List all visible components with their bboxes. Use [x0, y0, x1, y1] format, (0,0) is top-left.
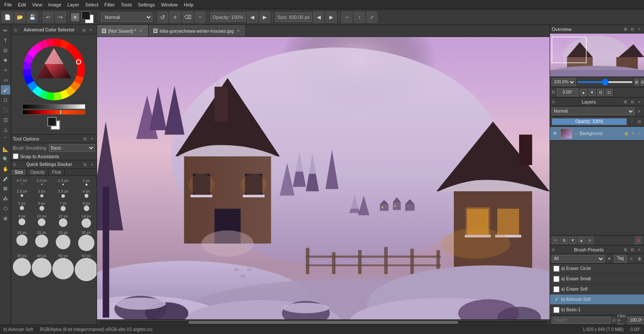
layers-add-btn[interactable]: +: [552, 236, 559, 244]
brush-size-item-15[interactable]: 14 px: [75, 214, 97, 228]
layer-extra-btn[interactable]: ⊟: [636, 119, 642, 125]
menu-layer[interactable]: Layer: [65, 1, 82, 8]
qs-tab-size[interactable]: Size: [11, 169, 27, 175]
brush-size-item-17[interactable]: 20 px: [32, 230, 52, 251]
brush-size-item-7[interactable]: 4 px: [75, 189, 97, 199]
zoom-reset-btn[interactable]: ⊟: [641, 79, 644, 86]
layer-visible-icon[interactable]: 👁: [630, 131, 636, 137]
qs-tab-flow[interactable]: Flow: [49, 169, 65, 175]
overview-close-btn[interactable]: ×: [636, 26, 642, 32]
menu-image[interactable]: Image: [46, 1, 64, 8]
menu-window[interactable]: Window: [158, 1, 180, 8]
tool-reference[interactable]: ⊞: [1, 214, 10, 223]
reset-button[interactable]: ↺: [157, 12, 168, 23]
overview-maximize-btn[interactable]: ⊞: [623, 26, 629, 32]
foreground-color-swatch[interactable]: [82, 11, 90, 20]
color-panel-close-btn[interactable]: ×: [88, 27, 94, 33]
menu-view[interactable]: View: [30, 1, 45, 8]
size-down-btn[interactable]: ◀: [313, 12, 324, 23]
brush-size-item-0[interactable]: 0.7 px: [13, 178, 31, 187]
mirror-h-btn[interactable]: ↔: [341, 12, 352, 23]
layers-properties-btn[interactable]: ≡: [586, 236, 594, 244]
brush-presets-more-btn[interactable]: ≡: [636, 247, 642, 253]
brush-presets-view-btn[interactable]: ≡: [629, 256, 635, 262]
menu-edit[interactable]: Edit: [15, 1, 29, 8]
snap-to-assistants-checkbox[interactable]: [13, 153, 18, 159]
brush-tag-button[interactable]: Tag: [614, 255, 627, 263]
tool-text[interactable]: T: [1, 36, 10, 45]
layer-item-background[interactable]: 👁 ▣ Background 🔒 👁 α: [550, 127, 644, 141]
open-button[interactable]: 📂: [14, 12, 25, 23]
mirror-v-btn[interactable]: ↕: [354, 12, 365, 23]
brush-size-item-14[interactable]: 12 px: [52, 214, 74, 228]
tool-move[interactable]: ✥: [1, 55, 10, 65]
brush-smoothing-select[interactable]: Basic: [49, 144, 95, 152]
canvas-tab-unsaved-close[interactable]: ×: [138, 28, 144, 34]
layers-delete-btn[interactable]: 🗑: [635, 236, 642, 244]
brush-item-eraser-soft[interactable]: ✓ a) Eraser Soft: [550, 284, 644, 294]
qs-tab-opacity[interactable]: Opacity: [27, 169, 49, 175]
canvas-painting[interactable]: [97, 37, 550, 319]
pattern-button[interactable]: ▦: [71, 13, 79, 21]
lock-alpha-button[interactable]: α: [170, 12, 181, 23]
brush-size-item-22[interactable]: 50 px: [52, 254, 74, 281]
brush-zoom-select[interactable]: 100.0%: [628, 316, 644, 324]
brush-size-item-1[interactable]: 1.0 px: [32, 178, 52, 187]
tool-eraser[interactable]: ◻: [1, 95, 10, 104]
color-wheel-container[interactable]: [12, 34, 96, 133]
brush-presets-trash-btn[interactable]: 🗑: [636, 256, 642, 262]
canvas-tab-ref-close[interactable]: ×: [235, 28, 241, 34]
rotation-up-btn[interactable]: ▲: [580, 89, 587, 96]
layers-copy-btn[interactable]: ⧉: [560, 236, 568, 244]
tool-smart-patch[interactable]: ⬡: [1, 204, 10, 213]
save-button[interactable]: 💾: [27, 12, 38, 23]
menu-select[interactable]: Select: [82, 1, 101, 8]
value-slider[interactable]: [22, 104, 85, 109]
tool-paint[interactable]: 🖌: [1, 85, 10, 95]
canvas-tab-reference[interactable]: 🖼 lidia-goryachewa-winter-houses.jpg ×: [149, 25, 246, 37]
brush-size-item-8[interactable]: 5 px: [13, 201, 31, 211]
brush-item-eraser-small[interactable]: ✓ a) Eraser Small: [550, 274, 644, 284]
layers-move-down-btn[interactable]: ▼: [569, 236, 577, 244]
overview-float-btn[interactable]: ⊟: [629, 26, 635, 32]
brush-presets-maximize-btn[interactable]: ⊞: [623, 247, 629, 253]
wrap-btn[interactable]: ⤢: [366, 12, 377, 23]
brush-size-item-16[interactable]: 16 px: [13, 230, 31, 251]
brush-size-item-19[interactable]: 30 px: [75, 230, 97, 251]
brush-size-item-5[interactable]: 3 px: [32, 189, 52, 199]
menu-file[interactable]: File: [2, 1, 15, 8]
layer-more-btn[interactable]: ⋮: [629, 119, 635, 125]
color-wheel-svg[interactable]: [21, 36, 87, 103]
canvas-tab-unsaved[interactable]: 🖼 [Not Saved] * ×: [97, 25, 149, 37]
overview-thumbnail[interactable]: [550, 34, 644, 77]
blend-mode-select[interactable]: Normal: [101, 12, 152, 22]
menu-help[interactable]: Help: [181, 1, 196, 8]
tool-select-rect[interactable]: ▭: [1, 75, 10, 85]
quick-settings-float-btn[interactable]: ⊟: [82, 162, 88, 168]
tool-colorpick[interactable]: 💉: [1, 174, 10, 184]
tool-fill[interactable]: ⬛: [1, 105, 10, 114]
zoom-fit-btn[interactable]: ⊞: [635, 79, 639, 86]
rotation-reset-btn[interactable]: ⊟: [597, 89, 604, 96]
brush-size-item-2[interactable]: 1.5 px: [52, 178, 74, 187]
rotation-down-btn[interactable]: ▼: [589, 89, 595, 96]
tool-zoom[interactable]: 🔍: [1, 154, 10, 164]
menu-settings[interactable]: Settings: [135, 1, 158, 8]
brush-size-item-6[interactable]: 3.5 px: [52, 189, 74, 199]
brush-size-item-4[interactable]: 2.5 px: [13, 189, 31, 199]
opacity-down-btn[interactable]: ◀: [247, 12, 258, 23]
opacity-up-btn[interactable]: ▶: [259, 12, 270, 23]
hue-slider[interactable]: [22, 110, 85, 115]
tool-path[interactable]: ⌒: [1, 135, 10, 144]
brush-item-airbrush-soft[interactable]: ✓ b) Airbrush Soft: [550, 294, 644, 305]
color-panel-float-btn[interactable]: ⊟: [81, 27, 87, 33]
tool-transform[interactable]: ⌗: [1, 65, 10, 75]
brush-search-input[interactable]: [552, 317, 611, 324]
erase-button[interactable]: ⌫: [182, 12, 193, 23]
layer-filter-btn[interactable]: ≡: [636, 108, 642, 114]
foreground-color-swatch[interactable]: [47, 117, 57, 126]
tool-gradient[interactable]: ◫: [1, 115, 10, 124]
canvas-scroll-thumb-h[interactable]: [188, 321, 458, 324]
canvas-size-btn[interactable]: ⊡: [606, 89, 613, 96]
layer-visibility-icon[interactable]: 👁: [552, 130, 559, 137]
